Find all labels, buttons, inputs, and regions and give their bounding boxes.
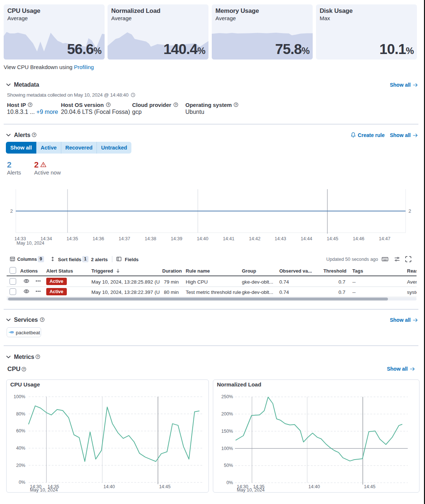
svg-text:May 10, 2024: May 10, 2024 [30,487,58,493]
svg-text:?: ? [107,103,109,107]
svg-text:20%: 20% [16,463,25,468]
svg-text:?: ? [41,318,43,321]
svg-text:14:46: 14:46 [353,236,364,241]
svg-text:14:42: 14:42 [249,236,260,241]
svg-text:14:35: 14:35 [66,236,78,241]
svg-text:14:37: 14:37 [119,236,130,241]
svg-text:14:40: 14:40 [308,484,320,489]
svg-text:14:36: 14:36 [92,236,104,241]
svg-text:?: ? [33,133,35,137]
svg-text:?: ? [175,103,177,107]
svg-text:40%: 40% [16,446,25,451]
svg-text:14:41: 14:41 [223,236,234,241]
svg-text:2: 2 [408,208,411,214]
svg-text:14:44: 14:44 [301,236,312,241]
svg-text:250%: 250% [221,394,233,399]
svg-text:?: ? [37,355,39,359]
svg-text:14:45: 14:45 [364,484,375,489]
svg-text:14:39: 14:39 [171,236,182,241]
svg-text:100%: 100% [221,446,233,451]
svg-text:May 10, 2024: May 10, 2024 [17,241,44,246]
svg-text:14:40: 14:40 [103,484,115,489]
svg-text:14:43: 14:43 [275,236,286,241]
svg-text:?: ? [235,103,237,107]
svg-text:14:45: 14:45 [159,484,170,489]
svg-text:14:47: 14:47 [379,236,390,241]
svg-text:0%: 0% [19,480,25,485]
svg-text:50%: 50% [224,463,233,468]
svg-text:200%: 200% [221,411,233,417]
svg-text:80%: 80% [16,411,25,417]
svg-text:?: ? [23,367,25,371]
svg-text:May 10, 2024: May 10, 2024 [237,487,265,493]
svg-text:14:45: 14:45 [327,236,338,241]
svg-text:100%: 100% [14,394,25,399]
svg-text:2: 2 [10,208,13,214]
svg-text:?: ? [29,103,31,107]
svg-text:0%: 0% [226,480,233,485]
svg-text:14:40: 14:40 [197,236,208,241]
svg-text:14:38: 14:38 [145,236,156,241]
svg-text:60%: 60% [16,428,25,433]
svg-text:150%: 150% [221,429,233,434]
